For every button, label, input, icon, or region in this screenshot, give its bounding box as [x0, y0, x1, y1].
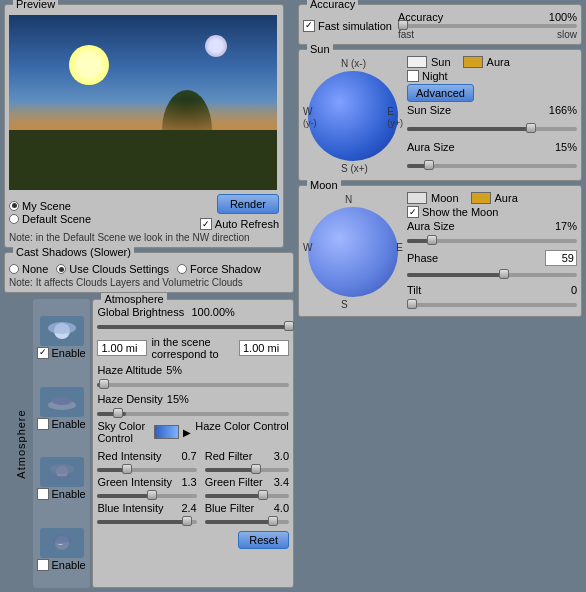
- haze-altitude-value: 5%: [166, 364, 182, 376]
- layer-2-checkbox[interactable]: [37, 418, 49, 430]
- moon-aura-size-value: 17%: [555, 220, 577, 232]
- sun-controls: Sun Aura Night Advanced Sun Size 166%: [407, 56, 577, 176]
- phase-row: Phase: [407, 250, 577, 266]
- moon-aura-swatch[interactable]: [471, 192, 491, 204]
- haze-color-label: Haze Color Control: [195, 420, 289, 432]
- layer-1-icon[interactable]: [40, 316, 84, 346]
- layer-1-enable-row[interactable]: Enable: [37, 347, 85, 359]
- show-moon-row[interactable]: Show the Moon: [407, 206, 577, 218]
- phase-label: Phase: [407, 252, 438, 264]
- blue-intensity-slider[interactable]: [97, 516, 196, 528]
- advanced-button[interactable]: Advanced: [407, 84, 474, 102]
- atmosphere-title: Atmosphere: [101, 293, 166, 305]
- fast-sim-row[interactable]: Fast simulation: [303, 20, 392, 32]
- color-controls-grid: Red Intensity 0.7 Green Intensity 1.3: [97, 450, 289, 528]
- sun-preview-glow: [69, 45, 109, 85]
- sun-compass-container: N (x-) W (y-) E (y+) S (x+): [303, 56, 577, 176]
- use-clouds-label: Use Clouds Settings: [69, 263, 169, 275]
- moon-aura-size-row: Aura Size 17%: [407, 220, 577, 232]
- accuracy-slider-col: Accuracy 100% fast slow: [398, 11, 577, 40]
- fast-sim-label: Fast simulation: [318, 20, 392, 32]
- layer-3-enable-row[interactable]: Enable: [37, 488, 85, 500]
- blue-filter-slider[interactable]: [205, 516, 289, 528]
- color-controls-row: Sky Color Control ▶ Haze Color Control: [97, 420, 289, 447]
- none-row[interactable]: None: [9, 263, 48, 275]
- green-intensity-slider[interactable]: [97, 490, 196, 502]
- sky-color-swatch[interactable]: [154, 425, 179, 439]
- moon-aura-size-slider[interactable]: [407, 234, 577, 248]
- my-scene-row[interactable]: My Scene: [9, 200, 91, 212]
- haze-altitude-slider[interactable]: [97, 379, 289, 391]
- moon-aura-size-label: Aura Size: [407, 220, 455, 232]
- moon-aura-label: Aura: [495, 192, 518, 204]
- moon-compass-circle[interactable]: [308, 207, 398, 297]
- sun-aura-size-label: Aura Size: [407, 141, 455, 153]
- moon-panel: Moon N W E S Moon Aura: [298, 185, 582, 317]
- phase-slider[interactable]: [407, 268, 577, 282]
- preview-image: [9, 15, 277, 190]
- show-moon-checkbox[interactable]: [407, 206, 419, 218]
- use-clouds-radio[interactable]: [56, 264, 66, 274]
- green-filter-row: Green Filter 3.4: [205, 476, 289, 488]
- render-button[interactable]: Render: [217, 194, 279, 214]
- green-filter-slider[interactable]: [205, 490, 289, 502]
- distance-input-1[interactable]: [97, 340, 147, 356]
- sun-label: Sun: [431, 56, 451, 68]
- my-scene-radio[interactable]: [9, 201, 19, 211]
- layer-4-icon[interactable]: ~: [40, 528, 84, 558]
- svg-point-3: [52, 397, 72, 405]
- layer-1-checkbox[interactable]: [37, 347, 49, 359]
- default-scene-row[interactable]: Default Scene: [9, 213, 91, 225]
- reset-button[interactable]: Reset: [238, 531, 289, 549]
- sun-compass: N (x-) W (y-) E (y+) S (x+): [303, 56, 403, 176]
- night-checkbox[interactable]: [407, 70, 419, 82]
- sun-compass-circle[interactable]: [308, 71, 398, 161]
- sun-aura-swatch[interactable]: [463, 56, 483, 68]
- layer-2: Enable: [36, 387, 88, 430]
- preview-panel: Preview My Scene: [4, 4, 284, 248]
- default-scene-radio[interactable]: [9, 214, 19, 224]
- use-clouds-row[interactable]: Use Clouds Settings: [56, 263, 169, 275]
- sun-compass-e: E (y+): [387, 106, 403, 128]
- haze-density-slider[interactable]: [97, 408, 289, 420]
- layer-4: ~ Enable: [36, 528, 88, 571]
- none-radio[interactable]: [9, 264, 19, 274]
- layer-2-enable-row[interactable]: Enable: [37, 418, 85, 430]
- accuracy-labels: Accuracy 100%: [398, 11, 577, 23]
- red-filter-slider[interactable]: [205, 464, 289, 476]
- sky-color-label: Sky Color Control: [97, 420, 150, 444]
- blue-filter-row: Blue Filter 4.0: [205, 502, 289, 514]
- phase-input[interactable]: [545, 250, 577, 266]
- layer-3-icon[interactable]: [40, 457, 84, 487]
- accuracy-slider[interactable]: [398, 24, 577, 28]
- sun-aura-size-value: 15%: [555, 141, 577, 153]
- global-brightness-slider[interactable]: [97, 321, 289, 333]
- my-scene-label: My Scene: [22, 200, 71, 212]
- svg-point-5: [50, 464, 74, 474]
- sun-compass-w: W (y-): [303, 106, 317, 128]
- auto-refresh-checkbox[interactable]: [200, 218, 212, 230]
- sun-panel: Sun N (x-) W (y-) E (y+) S (x+): [298, 49, 582, 181]
- accuracy-panel: Accuracy Fast simulation Accuracy 100% f…: [298, 4, 582, 45]
- layer-4-checkbox[interactable]: [37, 559, 49, 571]
- night-row[interactable]: Night: [407, 70, 577, 82]
- layer-3-checkbox[interactable]: [37, 488, 49, 500]
- moon-color-swatch[interactable]: [407, 192, 427, 204]
- sun-aura-size-slider[interactable]: [407, 155, 577, 176]
- sun-color-swatch[interactable]: [407, 56, 427, 68]
- fast-sim-checkbox[interactable]: [303, 20, 315, 32]
- layer-1: Enable: [36, 316, 88, 359]
- sun-size-value: 166%: [549, 104, 577, 116]
- sun-size-slider[interactable]: [407, 118, 577, 139]
- force-shadow-row[interactable]: Force Shadow: [177, 263, 261, 275]
- auto-refresh-row[interactable]: Auto Refresh: [200, 218, 279, 230]
- red-intensity-slider[interactable]: [97, 464, 196, 476]
- correspond-row: in the scene correspond to: [97, 336, 289, 360]
- filter-col: Red Filter 3.0 Green Filter 3.4: [205, 450, 289, 528]
- distance-input-2[interactable]: [239, 340, 289, 356]
- force-shadow-radio[interactable]: [177, 264, 187, 274]
- global-brightness-label: Global Brightness: [97, 306, 187, 318]
- tilt-slider[interactable]: [407, 298, 577, 312]
- layer-4-enable-row[interactable]: Enable: [37, 559, 85, 571]
- layer-2-icon[interactable]: [40, 387, 84, 417]
